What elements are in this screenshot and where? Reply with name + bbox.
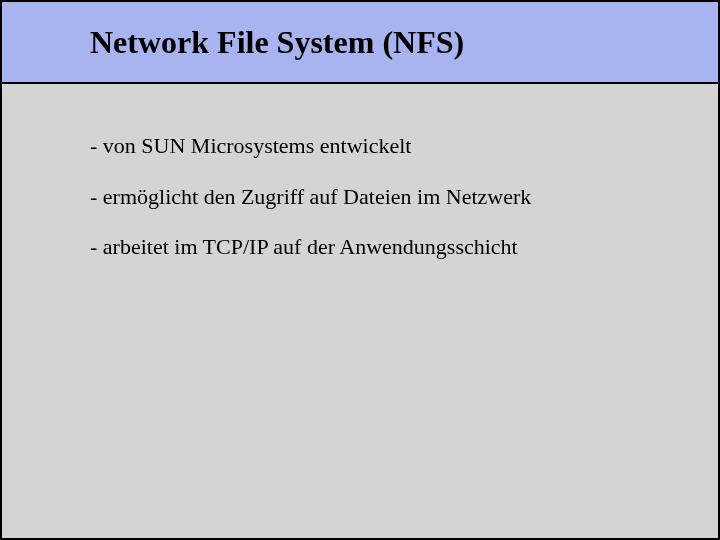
bullet-item: - von SUN Microsystems entwickelt (90, 132, 718, 161)
title-bar: Network File System (NFS) (2, 2, 718, 84)
slide-body: - von SUN Microsystems entwickelt - ermö… (2, 84, 718, 262)
bullet-item: - ermöglicht den Zugriff auf Dateien im … (90, 183, 718, 212)
bullet-item: - arbeitet im TCP/IP auf der Anwendungss… (90, 233, 718, 262)
slide: Network File System (NFS) - von SUN Micr… (0, 0, 720, 540)
slide-title: Network File System (NFS) (90, 24, 464, 61)
